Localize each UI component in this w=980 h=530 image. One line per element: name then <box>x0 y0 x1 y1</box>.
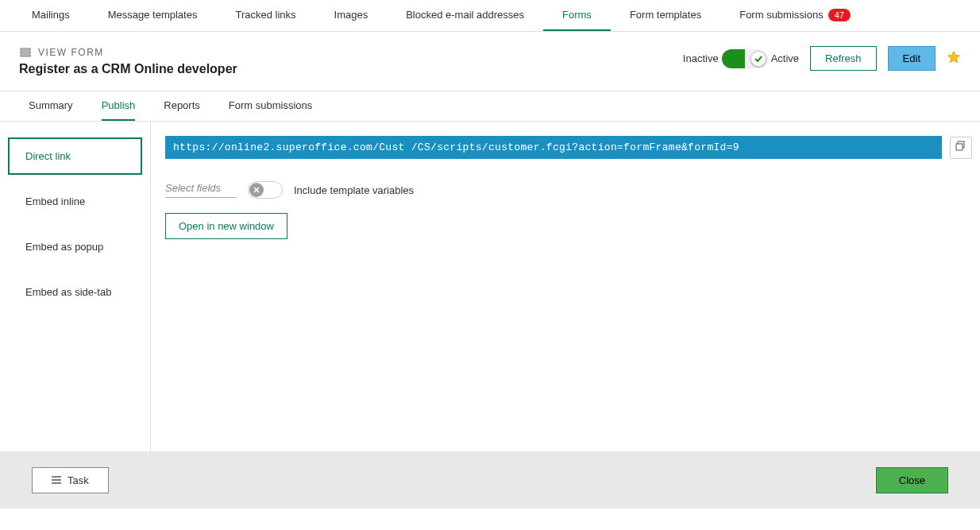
svg-rect-0 <box>21 48 30 50</box>
view-form-text: VIEW FORM <box>38 47 104 58</box>
toggle-knob <box>750 51 766 67</box>
close-icon <box>253 185 260 195</box>
sidebar-item-label: Direct link <box>25 150 71 162</box>
sidebar-item-embed-popup[interactable]: Embed as popup <box>8 228 142 265</box>
svg-rect-1 <box>21 52 30 53</box>
nav-label: Forms <box>562 9 592 21</box>
active-toggle[interactable] <box>722 49 768 68</box>
view-form-label: VIEW FORM <box>19 46 237 59</box>
select-fields-dropdown[interactable]: Select fields <box>165 182 237 198</box>
task-button[interactable]: Task <box>32 467 109 493</box>
copy-button[interactable] <box>950 137 972 159</box>
active-toggle-group: Inactive Active <box>683 49 799 68</box>
header-section: VIEW FORM Register as a CRM Online devel… <box>0 32 980 91</box>
url-row: https://online2.superoffice.com/Cust /CS… <box>165 136 972 159</box>
nav-blocked-emails[interactable]: Blocked e-mail addresses <box>387 0 543 31</box>
sidebar-item-direct-link[interactable]: Direct link <box>8 137 142 175</box>
nav-label: Blocked e-mail addresses <box>406 9 524 21</box>
sub-tabs: Summary Publish Reports Form submissions <box>0 91 980 122</box>
include-template-vars-toggle[interactable] <box>248 181 283 199</box>
form-icon <box>19 46 32 59</box>
sidebar-item-label: Embed as popup <box>25 241 103 253</box>
mini-toggle-knob <box>249 183 264 197</box>
tab-publish[interactable]: Publish <box>102 91 136 121</box>
edit-button[interactable]: Edit <box>888 46 936 71</box>
direct-link-url[interactable]: https://online2.superoffice.com/Cust /CS… <box>165 136 942 159</box>
tab-label: Reports <box>164 99 200 111</box>
copy-icon <box>955 141 966 154</box>
close-button[interactable]: Close <box>876 467 948 493</box>
nav-images[interactable]: Images <box>315 0 388 31</box>
nav-form-submissions[interactable]: Form submissions 47 <box>720 0 870 31</box>
active-label: Active <box>771 52 799 64</box>
sidebar-item-label: Embed inline <box>25 195 85 207</box>
open-new-window-button[interactable]: Open in new window <box>165 213 287 239</box>
nav-forms[interactable]: Forms <box>543 0 611 31</box>
nav-label: Form submissions <box>739 9 823 21</box>
top-nav: Mailings Message templates Tracked links… <box>0 0 980 32</box>
tab-form-submissions[interactable]: Form submissions <box>229 91 312 121</box>
submissions-badge: 47 <box>828 9 851 21</box>
sidebar-item-embed-sidetab[interactable]: Embed as side-tab <box>8 273 142 311</box>
nav-label: Images <box>334 9 368 21</box>
tab-label: Publish <box>102 99 136 111</box>
task-label: Task <box>68 474 89 486</box>
menu-icon <box>52 474 61 486</box>
nav-form-templates[interactable]: Form templates <box>611 0 720 31</box>
tab-label: Form submissions <box>229 99 312 111</box>
tab-label: Summary <box>29 99 73 111</box>
nav-message-templates[interactable]: Message templates <box>89 0 217 31</box>
inactive-label: Inactive <box>683 52 719 64</box>
nav-label: Form templates <box>630 9 701 21</box>
nav-label: Message templates <box>108 9 198 21</box>
sidebar-item-label: Embed as side-tab <box>25 286 111 298</box>
nav-label: Mailings <box>32 9 70 21</box>
nav-mailings[interactable]: Mailings <box>13 0 89 31</box>
tab-summary[interactable]: Summary <box>29 91 73 121</box>
publish-sidebar: Direct link Embed inline Embed as popup … <box>0 122 151 451</box>
options-row: Select fields Include template variables <box>165 181 972 199</box>
header-right: Inactive Active Refresh Edit <box>683 46 961 71</box>
nav-tracked-links[interactable]: Tracked links <box>216 0 314 31</box>
header-left: VIEW FORM Register as a CRM Online devel… <box>19 46 237 76</box>
sidebar-item-embed-inline[interactable]: Embed inline <box>8 183 142 220</box>
nav-label: Tracked links <box>235 9 295 21</box>
main-area: Direct link Embed inline Embed as popup … <box>0 122 980 451</box>
favorite-star-icon[interactable] <box>947 50 961 67</box>
svg-rect-2 <box>21 55 30 56</box>
publish-content: https://online2.superoffice.com/Cust /CS… <box>151 122 980 451</box>
svg-rect-4 <box>956 144 963 150</box>
page-title: Register as a CRM Online developer <box>19 62 237 76</box>
footer: Task Close <box>0 451 980 509</box>
tab-reports[interactable]: Reports <box>164 91 200 121</box>
refresh-button[interactable]: Refresh <box>810 46 877 71</box>
include-template-vars-label: Include template variables <box>294 184 414 196</box>
